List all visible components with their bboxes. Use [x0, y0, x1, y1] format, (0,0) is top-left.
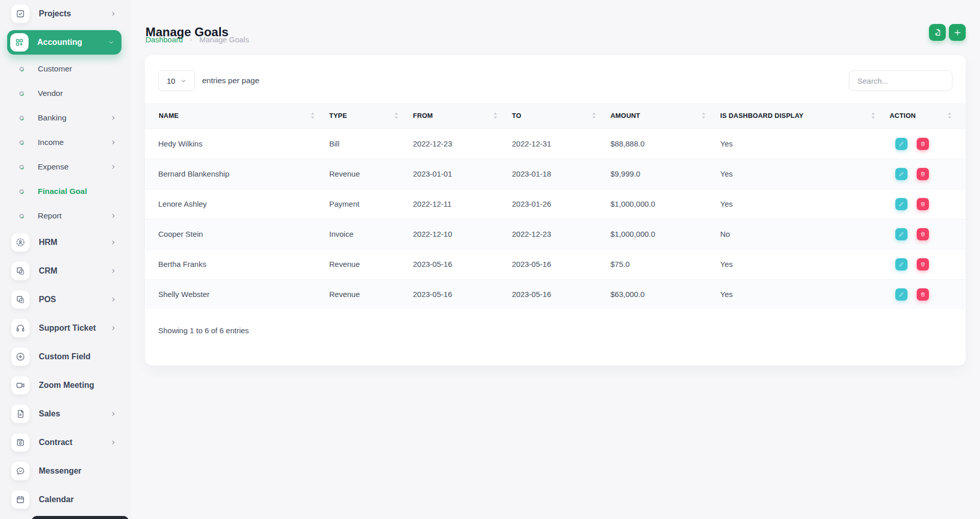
sort-icon[interactable] — [701, 112, 706, 119]
sort-icon[interactable] — [947, 112, 952, 119]
breadcrumb-current: Manage Goals — [199, 35, 249, 44]
column-header[interactable]: ACTION — [889, 103, 966, 129]
sort-icon[interactable] — [592, 112, 596, 119]
column-header[interactable]: NAME — [145, 103, 329, 129]
sidebar-item-label: Calendar — [39, 495, 74, 504]
sidebar-item-label: Zoom Meeting — [39, 381, 94, 390]
column-header[interactable]: IS DASHBOARD DISPLAY — [720, 103, 889, 129]
chevron-right-icon — [110, 11, 116, 17]
edit-button[interactable] — [895, 168, 908, 180]
chevron-right-icon — [110, 439, 116, 446]
bullet-icon — [18, 213, 24, 219]
sidebar-item-label: Projects — [39, 9, 71, 18]
edit-button[interactable] — [895, 258, 908, 270]
sidebar-item-label: Messenger — [39, 466, 82, 476]
entries-per-page-label: entries per page — [202, 76, 259, 85]
sidebar-item-expense[interactable]: Expense — [0, 155, 131, 179]
table-row: Bernard Blankenship Revenue 2023-01-01 2… — [145, 159, 966, 189]
sidebar-item-sales[interactable]: Sales — [0, 400, 131, 428]
bullet-icon — [18, 139, 24, 145]
delete-button[interactable] — [917, 288, 929, 301]
headphones-icon — [11, 319, 30, 337]
delete-button[interactable] — [917, 258, 929, 270]
table-row: Lenore Ashley Payment 2022-12-11 2023-01… — [145, 189, 966, 219]
cell-name: Shelly Webster — [145, 279, 329, 309]
sidebar-item-label: Customer — [38, 64, 72, 73]
cell-action — [889, 219, 966, 249]
bullet-icon — [18, 188, 24, 194]
sidebar-item-label: POS — [39, 295, 56, 304]
sort-icon[interactable] — [493, 112, 498, 119]
sidebar-item-zoom-meeting[interactable]: Zoom Meeting — [0, 371, 131, 400]
sidebar-item-label: Expense — [38, 162, 68, 171]
edit-button[interactable] — [895, 228, 908, 240]
grid-plus-icon — [10, 33, 29, 52]
header-row: NAME TYPE FROM TO AMOUNT IS DASHBOARD DI… — [145, 103, 966, 129]
column-header[interactable]: AMOUNT — [610, 103, 720, 129]
sidebar-item-label: Support Ticket — [39, 324, 96, 333]
cell-dashboard: Yes — [720, 249, 889, 279]
sidebar-item-accounting[interactable]: Accounting — [0, 28, 131, 57]
cell-amount: $88,888.0 — [610, 129, 720, 159]
add-goal-button[interactable] — [949, 24, 966, 41]
table-row: Hedy Wilkins Bill 2022-12-23 2022-12-31 … — [145, 129, 966, 159]
sidebar-item-finacial-goal[interactable]: Finacial Goal — [0, 179, 131, 204]
sidebar-item-vendor[interactable]: Vendor — [0, 81, 131, 106]
edit-button[interactable] — [895, 198, 908, 210]
sidebar-item-crm[interactable]: CRM — [0, 257, 131, 285]
cell-amount: $9,999.0 — [610, 159, 720, 189]
sidebar-item-support-ticket[interactable]: Support Ticket — [0, 314, 131, 342]
cell-dashboard: Yes — [720, 129, 889, 159]
sidebar-item-customer[interactable]: Customer — [0, 57, 131, 81]
chevron-right-icon — [110, 164, 116, 170]
chevron-right-icon — [110, 268, 116, 274]
edit-button[interactable] — [895, 288, 908, 301]
goals-table: NAME TYPE FROM TO AMOUNT IS DASHBOARD DI… — [145, 103, 966, 309]
pencil-icon — [898, 170, 904, 178]
cell-amount: $1,000,000.0 — [610, 219, 720, 249]
sidebar-item-label: Banking — [38, 113, 66, 122]
column-header[interactable]: FROM — [412, 103, 511, 129]
delete-button[interactable] — [917, 228, 929, 240]
sort-icon[interactable] — [310, 112, 315, 119]
sidebar-item-hrm[interactable]: HRM — [0, 228, 131, 257]
entries-per-page-select[interactable]: 10 — [158, 70, 195, 91]
search-input[interactable] — [849, 70, 952, 91]
cell-type: Bill — [329, 129, 412, 159]
sort-icon[interactable] — [871, 112, 875, 119]
cell-type: Revenue — [329, 249, 412, 279]
cell-amount: $63,000.0 — [610, 279, 720, 309]
sidebar-item-income[interactable]: Income — [0, 130, 131, 155]
chevron-right-icon — [110, 239, 116, 245]
edit-button[interactable] — [895, 138, 908, 150]
overlap-squares-icon — [11, 290, 30, 309]
sidebar-item-pos[interactable]: POS — [0, 285, 131, 314]
column-header[interactable]: TO — [511, 103, 610, 129]
chevron-right-icon — [110, 139, 116, 145]
breadcrumb: Dashboard Manage Goals — [145, 35, 249, 44]
cell-name: Bertha Franks — [145, 249, 329, 279]
sidebar-nav: Projects Accounting Customer Vendor Bank… — [0, 0, 131, 514]
sidebar-item-contract[interactable]: Contract — [0, 428, 131, 457]
column-header[interactable]: TYPE — [329, 103, 412, 129]
cell-from: 2023-01-01 — [412, 159, 511, 189]
cell-to: 2023-01-18 — [511, 159, 610, 189]
delete-button[interactable] — [917, 138, 929, 150]
export-goals-button[interactable] — [929, 24, 946, 41]
sidebar-item-custom-field[interactable]: Custom Field — [0, 342, 131, 371]
overlap-squares-icon — [11, 262, 30, 280]
cell-action — [889, 159, 966, 189]
delete-button[interactable] — [917, 168, 929, 180]
sidebar-item-report[interactable]: Report — [0, 204, 131, 228]
delete-button[interactable] — [917, 198, 929, 210]
sidebar-item-banking[interactable]: Banking — [0, 106, 131, 130]
cell-dashboard: Yes — [720, 159, 889, 189]
sidebar-item-messenger[interactable]: Messenger — [0, 457, 131, 485]
sidebar-item-projects[interactable]: Projects — [0, 0, 131, 28]
breadcrumb-dashboard-link[interactable]: Dashboard — [145, 35, 183, 44]
cell-from: 2022-12-11 — [412, 189, 511, 219]
save-icon — [11, 433, 30, 452]
cell-dashboard: Yes — [720, 189, 889, 219]
sidebar-item-calendar[interactable]: Calendar — [0, 485, 131, 514]
sort-icon[interactable] — [394, 112, 399, 119]
